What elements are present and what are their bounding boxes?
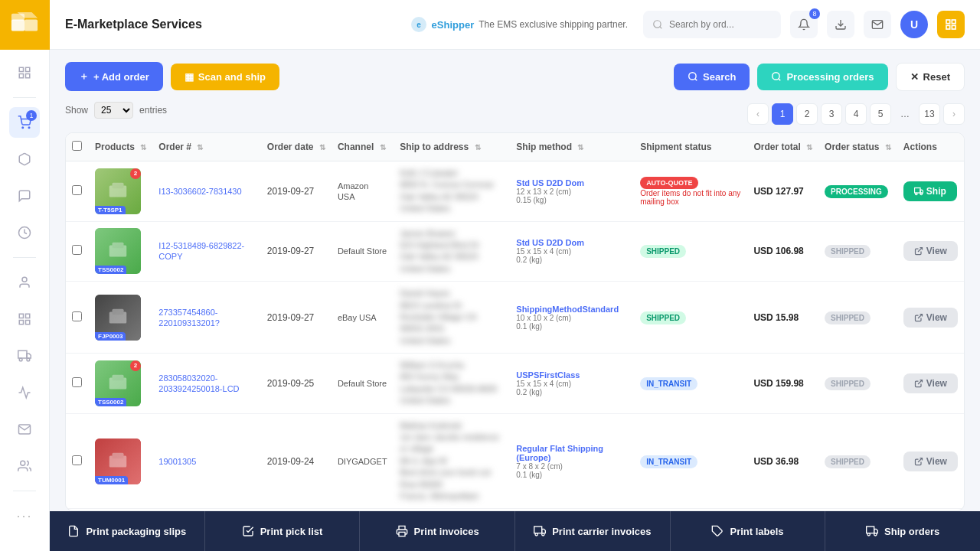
- page-2-button[interactable]: 2: [796, 103, 818, 125]
- processing-icon: [771, 71, 782, 82]
- print-inv-icon: [396, 525, 408, 537]
- svg-line-31: [695, 79, 697, 81]
- sidebar-item-inventory[interactable]: [9, 144, 40, 174]
- sidebar-item-grid[interactable]: [9, 304, 40, 334]
- view-button[interactable]: View: [903, 373, 958, 393]
- sidebar-item-dashboard[interactable]: [9, 57, 40, 88]
- global-search[interactable]: [643, 11, 781, 38]
- print-invoices-button[interactable]: Print invoices: [360, 511, 515, 551]
- search-button[interactable]: Search: [674, 64, 750, 90]
- view-button[interactable]: View: [903, 241, 958, 261]
- print-labels-label: Print labels: [730, 526, 783, 537]
- page-4-button[interactable]: 4: [845, 103, 867, 125]
- sidebar-item-people[interactable]: [9, 451, 40, 481]
- svg-marker-37: [920, 190, 923, 193]
- page-13-button[interactable]: 13: [919, 103, 940, 125]
- row-checkbox[interactable]: [72, 311, 82, 321]
- sidebar-item-messages[interactable]: [9, 181, 40, 211]
- product-sku-badge: TSS0002: [95, 398, 126, 406]
- row-checkbox[interactable]: [72, 185, 82, 195]
- user-avatar[interactable]: U: [900, 11, 928, 38]
- top-navigation: E-Marketplace Services e eShipper The EM…: [50, 0, 980, 50]
- sidebar-item-reports[interactable]: [9, 377, 40, 408]
- sidebar-nav: 1 ···: [0, 50, 49, 539]
- status-badge: IN_TRANSIT: [640, 455, 697, 468]
- product-cell: 2 T-T5SP1: [89, 161, 152, 222]
- col-actions: Actions: [897, 133, 964, 161]
- ship-button[interactable]: Ship: [903, 181, 957, 201]
- svg-point-39: [920, 193, 923, 195]
- order-number-link[interactable]: 283058032020-2033924250018-LCD: [158, 373, 239, 393]
- order-number-cell: I13-3036602-7831430: [152, 161, 261, 222]
- ship-address: James Brawen623 Highland Blvd DrOak Vall…: [400, 229, 479, 273]
- svg-rect-29: [946, 25, 950, 29]
- scan-and-ship-button[interactable]: ▦ Scan and ship: [171, 64, 279, 90]
- next-page-button[interactable]: ›: [943, 103, 965, 125]
- channel-cell: Default Store: [332, 354, 394, 414]
- col-order-status: Order status ⇅: [818, 133, 897, 161]
- col-channel: Channel ⇅: [332, 133, 394, 161]
- mail-button[interactable]: [864, 11, 891, 38]
- svg-point-59: [542, 533, 544, 536]
- search-icon: [652, 19, 663, 30]
- page-1-button[interactable]: 1: [772, 103, 793, 125]
- processing-orders-button[interactable]: Processing orders: [757, 64, 887, 90]
- app-grid-button[interactable]: [937, 11, 965, 38]
- print-carrier-invoices-button[interactable]: Print carrier invoices: [515, 511, 671, 551]
- svg-line-48: [918, 380, 923, 384]
- entries-label: entries: [139, 105, 167, 116]
- app-logo[interactable]: [0, 0, 50, 50]
- order-date-cell: 2019-09-27: [261, 282, 332, 354]
- reset-button[interactable]: ✕ Reset: [896, 63, 965, 91]
- svg-line-51: [918, 458, 923, 462]
- order-number-link[interactable]: I13-3036602-7831430: [158, 187, 241, 196]
- svg-point-18: [19, 358, 22, 361]
- actions-cell: View: [897, 354, 964, 414]
- order-total-value: USD 106.98: [753, 246, 803, 256]
- print-packaging-slips-button[interactable]: Print packaging slips: [50, 511, 205, 551]
- sidebar-item-users[interactable]: [9, 267, 40, 298]
- address-cell: William S Krucha893 Sunny WayLafayette C…: [394, 354, 510, 414]
- add-order-label: + Add order: [93, 71, 149, 83]
- view-button[interactable]: View: [903, 452, 958, 471]
- order-status-badge: SHIPPED: [825, 245, 871, 258]
- order-number-link[interactable]: I12-5318489-6829822-COPY: [158, 241, 244, 261]
- order-total-value: USD 159.98: [753, 378, 803, 389]
- prev-page-button[interactable]: ‹: [747, 103, 769, 125]
- row-checkbox[interactable]: [72, 377, 82, 387]
- product-icon: [106, 306, 129, 329]
- order-number-link[interactable]: 19001305: [158, 457, 196, 466]
- table-row: TUM0001 19001305 2019-09-24 DIYGADGET Ma…: [66, 413, 964, 509]
- channel-cell: Default Store: [332, 221, 394, 282]
- page-5-button[interactable]: 5: [870, 103, 891, 125]
- sidebar-item-orders[interactable]: 1: [9, 107, 40, 138]
- entries-select[interactable]: 2550100: [94, 102, 133, 119]
- download-button[interactable]: [827, 11, 854, 38]
- sidebar-item-history[interactable]: [9, 217, 40, 248]
- order-number-link[interactable]: 273357454860-220109313201?: [158, 308, 220, 328]
- row-checkbox[interactable]: [72, 245, 82, 255]
- sidebar-item-mail[interactable]: [9, 414, 40, 445]
- svg-rect-50: [113, 452, 124, 458]
- ship-orders-button[interactable]: Ship orders: [825, 511, 980, 551]
- notifications-button[interactable]: 8: [790, 11, 818, 38]
- select-all-checkbox[interactable]: [72, 141, 82, 151]
- print-pick-list-button[interactable]: Print pick list: [205, 511, 361, 551]
- view-button[interactable]: View: [903, 308, 958, 328]
- col-address: Ship to address ⇅: [394, 133, 510, 161]
- sidebar-item-shipping[interactable]: [9, 341, 40, 371]
- col-order-num: Order # ⇅: [152, 133, 261, 161]
- ship-dims: 12 x 13 x 2 (cm)0.15 (kg): [516, 187, 628, 204]
- product-image: 2 T-T5SP1: [95, 168, 141, 214]
- svg-rect-56: [534, 527, 542, 533]
- svg-point-20: [21, 461, 25, 465]
- page-3-button[interactable]: 3: [821, 103, 842, 125]
- row-checkbox[interactable]: [72, 455, 82, 465]
- channel-text: Default Store: [338, 379, 387, 388]
- product-sku-badge: TUM0001: [95, 476, 128, 484]
- add-order-button[interactable]: ＋ + Add order: [65, 62, 163, 91]
- print-labels-button[interactable]: Print labels: [671, 511, 826, 551]
- sidebar-item-more[interactable]: ···: [9, 500, 40, 531]
- order-total-cell: USD 36.98: [747, 413, 818, 509]
- search-input[interactable]: [669, 19, 761, 30]
